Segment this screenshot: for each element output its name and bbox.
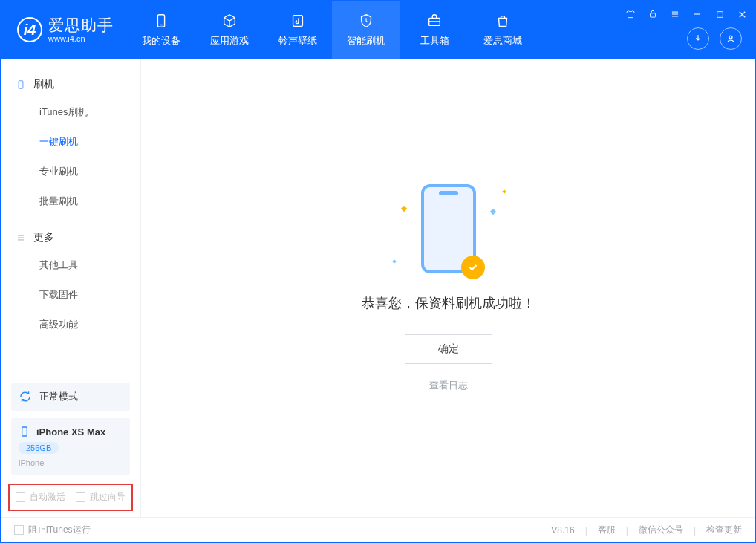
version-label: V8.16 xyxy=(551,525,574,536)
nav-label: 应用游戏 xyxy=(210,34,249,48)
checkbox-label: 自动激活 xyxy=(30,491,65,504)
view-log-link[interactable]: 查看日志 xyxy=(429,379,468,392)
check-badge-icon xyxy=(461,256,485,279)
sidebar-item-advanced[interactable]: 高级功能 xyxy=(1,310,140,339)
cube-icon xyxy=(221,12,238,30)
device-storage: 256GB xyxy=(19,442,59,454)
svg-rect-2 xyxy=(293,16,303,27)
sparkle-icon xyxy=(502,189,506,194)
svg-point-12 xyxy=(729,36,732,39)
svg-rect-17 xyxy=(22,427,27,436)
sidebar-item-other-tools[interactable]: 其他工具 xyxy=(1,250,140,280)
top-nav: 我的设备 应用游戏 铃声壁纸 智能刷机 工具箱 爱思商城 xyxy=(127,1,537,59)
footer-link-update[interactable]: 检查更新 xyxy=(706,524,742,536)
app-logo: i4 爱思助手 www.i4.cn xyxy=(1,16,127,42)
nav-store[interactable]: 爱思商城 xyxy=(469,1,537,59)
lock-icon[interactable] xyxy=(647,8,659,20)
svg-rect-4 xyxy=(651,13,656,17)
close-icon[interactable] xyxy=(736,8,748,20)
ok-button[interactable]: 确定 xyxy=(405,334,492,364)
sparkle-icon xyxy=(489,208,495,214)
device-icon xyxy=(152,12,170,30)
separator: | xyxy=(585,525,587,536)
minimize-icon[interactable] xyxy=(691,8,703,20)
checkbox-skip-guide[interactable]: 跳过向导 xyxy=(76,491,126,504)
sidebar-item-batch-flash[interactable]: 批量刷机 xyxy=(1,186,140,216)
mode-card[interactable]: 正常模式 xyxy=(11,383,130,411)
checkbox-auto-activate[interactable]: 自动激活 xyxy=(16,491,65,504)
nav-my-device[interactable]: 我的设备 xyxy=(127,1,195,59)
main-content: 恭喜您，保资料刷机成功啦！ 确定 查看日志 xyxy=(141,59,755,517)
sidebar-item-oneclick-flash[interactable]: 一键刷机 xyxy=(1,127,140,157)
svg-rect-13 xyxy=(19,81,23,89)
nav-apps-games[interactable]: 应用游戏 xyxy=(195,1,264,59)
download-button[interactable] xyxy=(687,27,709,50)
device-type: iPhone xyxy=(19,458,123,467)
svg-rect-9 xyxy=(717,11,723,17)
profile-button[interactable] xyxy=(720,27,742,50)
device-card[interactable]: iPhone XS Max 256GB iPhone xyxy=(11,418,130,475)
success-message: 恭喜您，保资料刷机成功啦！ xyxy=(362,294,535,312)
separator: | xyxy=(694,525,696,536)
refresh-icon xyxy=(19,390,32,403)
logo-icon: i4 xyxy=(17,17,42,42)
section-title: 更多 xyxy=(33,231,54,244)
checkbox-icon xyxy=(16,492,25,502)
phone-icon xyxy=(16,79,26,90)
header-right xyxy=(687,27,742,50)
checkbox-icon xyxy=(14,525,24,535)
checkbox-block-itunes[interactable]: 阻止iTunes运行 xyxy=(14,524,91,536)
mode-label: 正常模式 xyxy=(39,390,78,403)
sidebar-item-itunes-flash[interactable]: iTunes刷机 xyxy=(1,97,140,127)
checkbox-icon xyxy=(76,492,85,502)
nav-label: 爱思商城 xyxy=(483,34,522,48)
sidebar-item-download-firmware[interactable]: 下载固件 xyxy=(1,280,140,310)
tshirt-icon[interactable] xyxy=(625,8,636,20)
separator: | xyxy=(626,525,628,536)
status-bar: 阻止iTunes运行 V8.16 | 客服 | 微信公众号 | 检查更新 xyxy=(1,517,755,542)
menu-lines-icon xyxy=(16,233,26,243)
sparkle-icon xyxy=(392,259,397,264)
music-icon xyxy=(289,12,307,30)
footer-link-wechat[interactable]: 微信公众号 xyxy=(639,524,683,536)
shield-icon xyxy=(357,12,375,30)
nav-toolbox[interactable]: 工具箱 xyxy=(400,1,469,59)
title-bar xyxy=(625,8,748,20)
menu-icon[interactable] xyxy=(669,8,681,20)
nav-ringtones-wallpapers[interactable]: 铃声壁纸 xyxy=(264,1,332,59)
sidebar: 刷机 iTunes刷机 一键刷机 专业刷机 批量刷机 更多 其他工具 下载固件 … xyxy=(1,59,141,517)
sidebar-item-pro-flash[interactable]: 专业刷机 xyxy=(1,157,140,186)
nav-label: 铃声壁纸 xyxy=(278,34,317,48)
sidebar-section-flash: 刷机 xyxy=(1,72,140,97)
nav-label: 智能刷机 xyxy=(347,34,385,48)
checkbox-highlight-row: 自动激活 跳过向导 xyxy=(8,484,133,511)
checkbox-label: 阻止iTunes运行 xyxy=(28,524,91,536)
footer-link-support[interactable]: 客服 xyxy=(598,524,616,536)
app-title: 爱思助手 xyxy=(48,16,114,33)
bag-icon xyxy=(494,12,512,30)
section-title: 刷机 xyxy=(33,78,54,91)
nav-smart-flash[interactable]: 智能刷机 xyxy=(332,1,400,59)
device-name: iPhone XS Max xyxy=(36,426,105,438)
app-header: i4 爱思助手 www.i4.cn 我的设备 应用游戏 铃声壁纸 智能刷机 工具… xyxy=(1,1,755,59)
sidebar-section-more: 更多 xyxy=(1,225,140,250)
toolbox-icon xyxy=(426,12,443,30)
nav-label: 工具箱 xyxy=(420,34,449,48)
device-icon xyxy=(19,426,30,438)
success-illustration xyxy=(421,184,476,273)
maximize-icon[interactable] xyxy=(714,8,726,20)
app-subtitle: www.i4.cn xyxy=(48,34,114,43)
sparkle-icon xyxy=(400,205,406,211)
nav-label: 我的设备 xyxy=(142,34,180,48)
checkbox-label: 跳过向导 xyxy=(90,491,126,504)
